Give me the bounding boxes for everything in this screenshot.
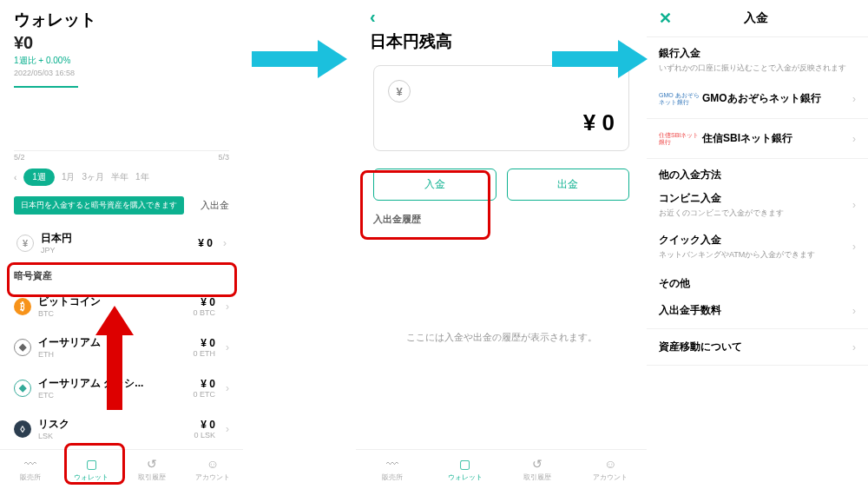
- yen-icon: ¥: [388, 80, 411, 102]
- range-1y[interactable]: 1年: [135, 171, 149, 183]
- range-6m[interactable]: 半年: [111, 171, 128, 183]
- bank-name: GMOあおぞらネット銀行: [702, 91, 852, 106]
- range-1w[interactable]: 1週: [23, 169, 55, 186]
- eth-icon: ◆: [14, 339, 31, 356]
- asset-value: ¥ 0: [198, 237, 213, 249]
- bank-gmo[interactable]: GMO あおぞらネット銀行 GMOあおぞらネット銀行 ›: [647, 79, 868, 119]
- konbini-deposit[interactable]: コンビニ入金お近くのコンビニで入金ができます ›: [647, 184, 868, 226]
- history-label: 入出金履歴: [356, 213, 647, 226]
- tab-history[interactable]: ↺取引履歴: [122, 450, 182, 489]
- tab-exchange[interactable]: 〰販売所: [356, 450, 429, 489]
- history-empty: ここには入金や出金の履歴が表示されます。: [356, 226, 647, 449]
- tab-exchange[interactable]: 〰販売所: [0, 450, 61, 489]
- bank-sbi[interactable]: 住信SBIネット銀行 住信SBIネット銀行 ›: [647, 119, 868, 159]
- asset-lsk[interactable]: ◊ リスクLSK ¥ 00 LSK ›: [0, 408, 243, 449]
- bank-deposit-section: 銀行入金: [647, 37, 868, 63]
- chevron-right-icon: ›: [852, 341, 856, 354]
- chevron-right-icon: ›: [852, 133, 856, 145]
- account-icon: ☺: [204, 457, 221, 471]
- arrow-up: [95, 306, 134, 410]
- promo-banner[interactable]: 日本円を入金すると暗号資産を購入できます: [14, 196, 184, 215]
- chevron-right-icon: ›: [226, 341, 229, 354]
- crypto-section-label: 暗号資産: [0, 266, 243, 286]
- chevron-right-icon: ›: [852, 199, 856, 211]
- range-prev[interactable]: ‹: [14, 173, 16, 182]
- chevron-right-icon: ›: [852, 241, 856, 253]
- sbi-logo-icon: 住信SBIネット銀行: [659, 132, 702, 145]
- tab-wallet[interactable]: ▢ウォレット: [61, 450, 122, 489]
- etc-icon: ◆: [14, 380, 31, 397]
- arrow-right-2: [552, 40, 656, 78]
- wallet-amount: ¥0: [0, 33, 243, 53]
- bank-name: 住信SBIネット銀行: [702, 131, 852, 146]
- asset-jpy[interactable]: ¥ 日本円JPY ¥ 0 ›: [0, 220, 243, 266]
- wallet-icon: ▢: [457, 457, 474, 471]
- chevron-right-icon: ›: [226, 382, 229, 394]
- quick-deposit[interactable]: クイック入金ネットバンキングやATMから入金ができます ›: [647, 226, 868, 268]
- range-3m[interactable]: 3ヶ月: [82, 171, 104, 183]
- balance-amount: ¥ 0: [388, 109, 615, 136]
- io-link[interactable]: 入出金: [201, 199, 229, 212]
- deposit-title: 入金: [672, 10, 840, 26]
- range-1m[interactable]: 1月: [62, 171, 76, 183]
- bank-deposit-desc: いずれかの口座に振り込むことで入金が反映されます: [647, 63, 868, 79]
- tab-wallet[interactable]: ▢ウォレット: [429, 450, 502, 489]
- btc-icon: ₿: [14, 298, 31, 315]
- history-icon: ↺: [529, 457, 546, 471]
- gmo-logo-icon: GMO あおぞらネット銀行: [659, 92, 702, 105]
- arrow-right-1: [252, 40, 356, 78]
- chevron-right-icon: ›: [226, 301, 229, 313]
- other-section: その他: [647, 268, 868, 293]
- tabbar: 〰販売所 ▢ウォレット ↺取引履歴 ☺アカウント: [0, 449, 243, 489]
- exchange-icon: 〰: [22, 457, 39, 471]
- chevron-right-icon: ›: [852, 305, 856, 317]
- wallet-title: ウォレット: [0, 0, 243, 33]
- fees-link[interactable]: 入出金手数料 ›: [647, 293, 868, 329]
- wallet-timestamp: 2022/05/03 16:58: [0, 67, 243, 77]
- transfer-link[interactable]: 資産移動について ›: [647, 329, 868, 366]
- other-methods-section: 他の入金方法: [647, 159, 868, 184]
- wallet-icon: ▢: [82, 457, 100, 471]
- tab-history[interactable]: ↺取引履歴: [502, 450, 575, 489]
- wallet-chart: [14, 83, 229, 151]
- back-button[interactable]: ‹: [356, 0, 647, 27]
- chevron-right-icon: ›: [226, 423, 229, 435]
- close-icon[interactable]: ✕: [659, 9, 672, 28]
- withdraw-button[interactable]: 出金: [507, 169, 630, 201]
- account-icon: ☺: [602, 457, 619, 471]
- yen-icon: ¥: [16, 235, 34, 252]
- asset-name: 日本円: [41, 231, 191, 246]
- deposit-button[interactable]: 入金: [373, 169, 496, 201]
- tab-account[interactable]: ☺アカウント: [182, 450, 243, 489]
- asset-ticker: JPY: [41, 246, 191, 254]
- chevron-right-icon: ›: [223, 237, 227, 249]
- chart-x-right: 5/3: [218, 153, 229, 162]
- lsk-icon: ◊: [14, 420, 31, 438]
- history-icon: ↺: [143, 457, 161, 471]
- wallet-delta: 1週比 + 0.00%: [0, 53, 243, 67]
- chart-x-left: 5/2: [14, 153, 25, 162]
- exchange-icon: 〰: [384, 457, 401, 471]
- range-selector: ‹ 1週 1月 3ヶ月 半年 1年: [0, 163, 243, 191]
- tab-account[interactable]: ☺アカウント: [574, 450, 647, 489]
- chevron-right-icon: ›: [852, 93, 856, 105]
- tabbar: 〰販売所 ▢ウォレット ↺取引履歴 ☺アカウント: [356, 449, 647, 489]
